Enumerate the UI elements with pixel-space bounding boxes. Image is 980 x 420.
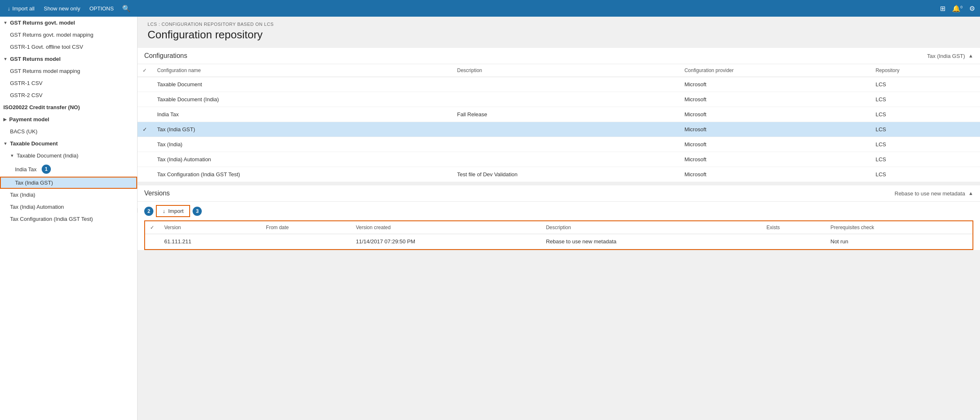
config-description-5 <box>452 137 679 152</box>
col-repository: Repository <box>870 64 980 77</box>
config-check-3 <box>138 107 152 122</box>
sidebar-label-gstr2-csv: GSTR-2 CSV <box>10 92 43 98</box>
import-all-button[interactable]: ↓ Import all <box>3 3 39 14</box>
configurations-panel: Configurations Tax (India GST) ▲ ✓ Confi… <box>138 48 980 182</box>
sidebar-label-gst-returns-govt-model-mapping: GST Returns govt. model mapping <box>10 32 93 38</box>
ver-col-version: Version <box>159 221 261 234</box>
sidebar-label-gst-returns-model: GST Returns model <box>10 56 60 62</box>
config-provider-3: Microsoft <box>679 107 871 122</box>
version-check-1 <box>145 234 159 249</box>
version-row-1[interactable]: 61.111.21111/14/2017 07:29:50 PMRebase t… <box>145 234 972 249</box>
sidebar-item-gstr1-csv[interactable]: GSTR-1 CSV <box>0 77 137 89</box>
sidebar-item-taxable-document[interactable]: ▼Taxable Document <box>0 138 137 150</box>
import-down-icon: ↓ <box>163 208 165 214</box>
notification-icon[interactable]: 🔔0 <box>950 3 964 14</box>
sidebar-item-gst-returns-govt-model-mapping[interactable]: GST Returns govt. model mapping <box>0 29 137 41</box>
office-icon[interactable]: ⊞ <box>938 3 947 14</box>
ver-col-from-date: From date <box>261 221 351 234</box>
configurations-section-header: Configurations Tax (India GST) ▲ <box>138 48 980 64</box>
page-subtitle: LCS : CONFIGURATION REPOSITORY BASED ON … <box>148 22 970 27</box>
sidebar-arrow-taxable-document: ▼ <box>3 141 8 146</box>
versions-table: ✓ Version From date Version created Desc… <box>145 221 972 249</box>
search-button[interactable]: 🔍 <box>119 3 134 14</box>
configurations-collapse-arrow[interactable]: ▲ <box>968 53 973 59</box>
download-icon: ↓ <box>8 5 10 12</box>
version-version_created-1: 11/14/2017 07:29:50 PM <box>351 234 541 249</box>
sidebar-label-gst-returns-model-mapping: GST Returns model mapping <box>10 68 80 74</box>
sidebar-item-tax-india[interactable]: Tax (India) <box>0 189 137 201</box>
config-description-3: Fall Release <box>452 107 679 122</box>
config-check-6 <box>138 152 152 167</box>
config-provider-2: Microsoft <box>679 92 871 107</box>
sidebar-label-payment-model: Payment model <box>9 116 49 122</box>
main-layout: ▼GST Returns govt. modelGST Returns govt… <box>0 17 980 420</box>
sidebar-resize-handle[interactable]: ⋮ <box>135 208 138 212</box>
versions-table-header-row: ✓ Version From date Version created Desc… <box>145 221 972 234</box>
config-provider-6: Microsoft <box>679 152 871 167</box>
page-header: LCS : CONFIGURATION REPOSITORY BASED ON … <box>138 17 980 48</box>
versions-table-container: ✓ Version From date Version created Desc… <box>144 220 973 250</box>
sidebar-item-bacs-uk[interactable]: BACS (UK) <box>0 125 137 138</box>
config-description-1 <box>452 77 679 92</box>
sidebar-item-gst-returns-model-mapping[interactable]: GST Returns model mapping <box>0 65 137 77</box>
ver-col-prereq: Prerequisites check <box>825 221 972 234</box>
sidebar-item-gstr2-csv[interactable]: GSTR-2 CSV <box>0 89 137 101</box>
ver-col-description: Description <box>541 221 762 234</box>
sidebar-label-tax-india-automation: Tax (India) Automation <box>10 204 64 210</box>
sidebar-item-iso20022-credit-transfer[interactable]: ISO20022 Credit transfer (NO) <box>0 101 137 113</box>
import-button[interactable]: ↓ Import <box>156 205 190 217</box>
versions-collapse-arrow[interactable]: ▲ <box>968 190 973 196</box>
config-row-3[interactable]: India TaxFall ReleaseMicrosoftLCS <box>138 107 980 122</box>
config-row-4[interactable]: ✓Tax (India GST)MicrosoftLCS <box>138 122 980 137</box>
sidebar-item-gst-returns-govt-model[interactable]: ▼GST Returns govt. model <box>0 17 137 29</box>
sidebar-label-bacs-uk: BACS (UK) <box>10 128 38 135</box>
sidebar-item-india-tax[interactable]: India Tax1 <box>0 162 137 177</box>
col-check: ✓ <box>138 64 152 77</box>
version-version-1: 61.111.211 <box>159 234 261 249</box>
sidebar-arrow-payment-model: ▶ <box>3 117 7 122</box>
ver-col-check: ✓ <box>145 221 159 234</box>
ver-col-exists: Exists <box>762 221 825 234</box>
show-new-only-button[interactable]: Show new only <box>40 3 84 14</box>
config-check-2 <box>138 92 152 107</box>
settings-icon[interactable]: ⚙ <box>967 3 977 14</box>
config-row-6[interactable]: Tax (India) AutomationMicrosoftLCS <box>138 152 980 167</box>
config-row-2[interactable]: Taxable Document (India)MicrosoftLCS <box>138 92 980 107</box>
version-from_date-1 <box>261 234 351 249</box>
config-name-5: Tax (India) <box>152 137 452 152</box>
sidebar-label-taxable-document-india: Taxable Document (India) <box>17 152 78 159</box>
config-name-4: Tax (India GST) <box>152 122 452 137</box>
sidebar-item-tax-india-automation[interactable]: Tax (India) Automation <box>0 201 137 213</box>
config-check-5 <box>138 137 152 152</box>
config-name-6: Tax (India) Automation <box>152 152 452 167</box>
versions-section-header: Versions Rebase to use new metadata ▲ <box>138 185 980 202</box>
sidebar-label-india-tax: India Tax <box>15 166 37 172</box>
config-name-3: India Tax <box>152 107 452 122</box>
config-row-1[interactable]: Taxable DocumentMicrosoftLCS <box>138 77 980 92</box>
sidebar-item-gst-returns-model[interactable]: ▼GST Returns model <box>0 53 137 65</box>
config-name-7: Tax Configuration (India GST Test) <box>152 167 452 182</box>
sidebar-label-gstr1-csv: GSTR-1 CSV <box>10 80 43 86</box>
sidebar-label-tax-india-gst: Tax (India GST) <box>15 180 53 186</box>
config-check-7 <box>138 167 152 182</box>
config-row-5[interactable]: Tax (India)MicrosoftLCS <box>138 137 980 152</box>
sidebar-label-tax-india: Tax (India) <box>10 192 35 198</box>
toolbar-right-icons: ⊞ 🔔0 ⚙ <box>938 3 977 14</box>
col-provider: Configuration provider <box>679 64 871 77</box>
sidebar-label-gst-returns-govt-model: GST Returns govt. model <box>10 20 75 26</box>
sidebar-arrow-taxable-document-india: ▼ <box>10 153 14 158</box>
sidebar-item-payment-model[interactable]: ▶Payment model <box>0 113 137 125</box>
config-provider-7: Microsoft <box>679 167 871 182</box>
ver-col-version-created: Version created <box>351 221 541 234</box>
options-button[interactable]: OPTIONS <box>85 3 118 14</box>
config-description-6 <box>452 152 679 167</box>
sidebar-item-tax-india-gst[interactable]: Tax (India GST) <box>0 177 137 189</box>
sidebar-item-taxable-document-india[interactable]: ▼Taxable Document (India) <box>0 150 137 162</box>
config-name-2: Taxable Document (India) <box>152 92 452 107</box>
sidebar-label-tax-config-india-gst-test: Tax Configuration (India GST Test) <box>10 216 93 222</box>
configurations-table: ✓ Configuration name Description Configu… <box>138 64 980 182</box>
sidebar-item-tax-config-india-gst-test[interactable]: Tax Configuration (India GST Test) <box>0 213 137 225</box>
config-row-7[interactable]: Tax Configuration (India GST Test)Test f… <box>138 167 980 182</box>
sidebar-item-gstr1-govt-offline-tool-csv[interactable]: GSTR-1 Govt. offline tool CSV <box>0 41 137 53</box>
config-provider-4: Microsoft <box>679 122 871 137</box>
